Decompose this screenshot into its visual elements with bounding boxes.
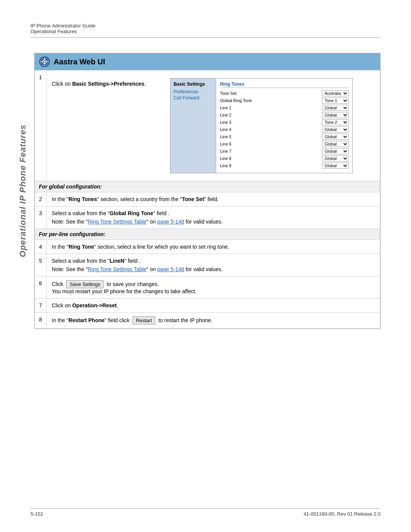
section-header-perline: For per-line configuration: [35, 229, 380, 240]
save-settings-button[interactable]: Save Settings [66, 280, 104, 288]
web-ui-row-label: Line 3 [220, 120, 322, 125]
step3-note-pre: Note: See the " [52, 219, 88, 225]
table-row: 2 In the "Ring Tones" section, select a … [35, 192, 380, 206]
table-row: 7 Click on Operation->Reset. [35, 299, 380, 313]
header-divider [30, 37, 381, 38]
step-content: In the "Ring Tone" section, select a lin… [46, 240, 380, 254]
web-ui-row: Tone SetAustralia [220, 90, 349, 96]
web-ui-sidebar: Basic Settings Preferences Call Forward [170, 78, 216, 173]
step3-note-link[interactable]: Ring Tone Settings Table [88, 219, 146, 225]
table-row: 1 Click on Basic Settings->Preferences. … [35, 70, 380, 181]
content-title: Ring Tones [220, 81, 349, 88]
step5-note-link[interactable]: Ring Tone Settings Table [88, 266, 146, 272]
web-ui-row-select[interactable]: Global [322, 126, 349, 133]
step-number: 2 [35, 192, 46, 206]
aastra-header: Aastra Web UI [35, 53, 380, 70]
step-number: 6 [35, 276, 46, 299]
table-row: 4 In the "Ring Tone" section, select a l… [35, 240, 380, 254]
web-ui-row: Line 1Global [220, 105, 349, 111]
step2-pre: In the " [52, 196, 68, 202]
web-ui-row-label: Line 2 [220, 113, 322, 117]
step1-text: Click on [52, 81, 72, 87]
web-ui-row: Line 8Global [220, 155, 349, 161]
step8-end: to restart the IP phone. [158, 317, 212, 323]
main-content-wrapper: Operational IP Phone Features Aastra Web… [11, 53, 381, 329]
web-ui-row-select[interactable]: Tone 1 [322, 97, 349, 104]
step4-end: " section, select a line for which you w… [94, 244, 229, 250]
web-ui-row-select[interactable]: Global [322, 141, 349, 147]
step2-mid: " section, select a country from the " [97, 196, 182, 202]
web-ui-row-label: Global Ring Tone [220, 98, 322, 103]
step5-note: Note: See the "Ring Tone Settings Table"… [52, 266, 374, 272]
step3-note-page[interactable]: page 5-148 [157, 219, 184, 225]
step3-pre: Select a value from the " [52, 210, 110, 216]
table-row: 3 Select a value from the "Global Ring T… [35, 206, 380, 229]
web-ui-row-select[interactable]: Global [322, 163, 349, 169]
web-ui-row-select[interactable]: Global [322, 148, 349, 154]
web-ui-row-select[interactable]: Australia [322, 90, 349, 96]
side-label: Operational IP Phone Features [18, 125, 28, 257]
step-number: 4 [35, 240, 46, 254]
restart-button[interactable]: Restart [132, 316, 155, 324]
web-ui-row: Line 2Global [220, 112, 349, 118]
step-content: Select a value from the "Global Ring Ton… [46, 206, 380, 229]
step-number: 3 [35, 206, 46, 229]
web-ui-row-select[interactable]: Global [322, 112, 349, 118]
step3-bold: Global Ring Tone [110, 210, 153, 216]
web-ui-row: Line 9Global [220, 163, 349, 169]
web-ui-row: Line 5Global [220, 134, 349, 140]
step-content: Click on Operation->Reset. [46, 299, 380, 313]
step-number: 8 [35, 313, 46, 329]
step3-note-mid: " on [147, 219, 157, 225]
step8-mid: " field click [105, 317, 131, 323]
preferences-link[interactable]: Preferences [174, 89, 213, 94]
step5-note-page[interactable]: page 5-148 [157, 266, 184, 272]
step-content: Click Save Settings to save your changes… [46, 276, 380, 299]
web-ui-row-label: Line 5 [220, 134, 322, 139]
aastra-web-ui-title: Aastra Web UI [54, 58, 105, 66]
page-container: IP Phone Administrator Guide Operational… [0, 0, 411, 532]
step8-bold: Restart Phone [68, 317, 105, 323]
step-number: 7 [35, 299, 46, 313]
web-ui-screenshot: Basic Settings Preferences Call Forward … [170, 78, 353, 173]
call-forward-link[interactable]: Call Forward [174, 95, 213, 101]
web-ui-row-label: Line 7 [220, 149, 322, 153]
section1-header-text: For global configuration: [39, 184, 102, 190]
header-section: IP Phone Administrator Guide Operational… [0, 0, 411, 42]
step3-end: " field . [153, 210, 169, 216]
web-ui-row-label: Line 8 [220, 156, 322, 161]
step5-bold: LineN [110, 258, 124, 264]
step6-end: to save your changes. [107, 281, 159, 287]
step5-pre: Select a value from the " [52, 258, 110, 264]
sidebar-title: Basic Settings [174, 81, 213, 87]
footer-section: 5-152 41-001160-00, Rev 01 Release 2.0 [30, 508, 381, 517]
step-number: 5 [35, 254, 46, 276]
side-label-container: Operational IP Phone Features [11, 53, 34, 329]
table-row: 5 Select a value from the "LineN" field … [35, 254, 380, 276]
step5-note-mid: " on [147, 266, 157, 272]
step7-end: . [117, 302, 118, 308]
web-ui-row-select[interactable]: Global [322, 134, 349, 140]
footer-right: 41-001160-00, Rev 01 Release 2.0 [304, 511, 381, 517]
web-ui-row-select[interactable]: Global [322, 155, 349, 161]
step-content: In the "Restart Phone" field click Resta… [46, 313, 380, 329]
web-ui-row-label: Line 4 [220, 127, 322, 132]
step7-bold: Operation->Reset [72, 302, 117, 308]
web-ui-row-label: Line 6 [220, 142, 322, 146]
aastra-box: Aastra Web UI 1 Click on Basic Settings-… [34, 53, 381, 329]
step4-bold: Ring Tone [68, 244, 94, 250]
step-content: In the "Ring Tones" section, select a co… [46, 192, 380, 206]
section2-header-text: For per-line configuration: [39, 231, 105, 237]
web-ui-row: Line 6Global [220, 141, 349, 147]
web-ui-rows: Tone SetAustraliaGlobal Ring ToneTone 1L… [220, 90, 349, 169]
header-title: IP Phone Administrator Guide [30, 23, 381, 29]
web-ui-row: Line 4Global [220, 126, 349, 133]
aastra-logo-icon [39, 56, 50, 67]
step-content: Select a value from the "LineN" field . … [46, 254, 380, 276]
footer-left: 5-152 [30, 511, 43, 517]
web-ui-row-select[interactable]: Tone 2 [322, 119, 349, 125]
web-ui-row-select[interactable]: Global [322, 105, 349, 111]
web-ui-row-label: Line 1 [220, 105, 322, 110]
step1-bold: Basic Settings->Preferences [72, 81, 144, 87]
step1-end: . [144, 81, 146, 87]
